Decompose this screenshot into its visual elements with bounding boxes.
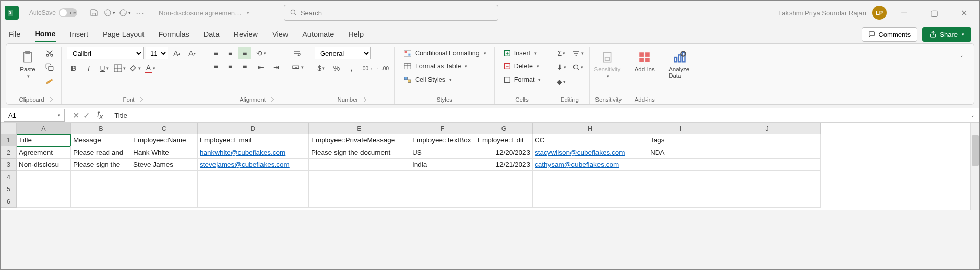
clipboard-dialog-launcher-icon[interactable] <box>47 97 53 102</box>
cell[interactable] <box>198 171 309 183</box>
format-painter-icon[interactable] <box>43 76 56 88</box>
fb-enter-icon[interactable]: ✓ <box>83 111 90 120</box>
cell[interactable]: CC <box>533 134 648 146</box>
expand-formula-bar-icon[interactable]: ⌄ <box>965 113 979 118</box>
align-top-icon[interactable]: ≡ <box>209 47 223 59</box>
fx-icon[interactable]: fx <box>94 110 106 120</box>
tab-help[interactable]: Help <box>348 27 364 41</box>
cell[interactable]: stacywilson@cubeflakes.com <box>533 146 648 159</box>
number-dialog-launcher-icon[interactable] <box>362 97 367 102</box>
close-icon[interactable]: ✕ <box>952 5 975 21</box>
cell[interactable]: 12/20/2023 <box>475 146 533 159</box>
italic-button[interactable]: I <box>82 62 95 75</box>
tab-formulas[interactable]: Formulas <box>158 27 189 41</box>
cell[interactable]: Tags <box>648 134 713 146</box>
orientation-icon[interactable]: ⟲▾ <box>254 47 268 59</box>
cell[interactable] <box>533 195 648 208</box>
cell[interactable] <box>309 171 410 183</box>
font-dialog-launcher-icon[interactable] <box>138 97 143 102</box>
tab-automate[interactable]: Automate <box>302 27 334 41</box>
col-header[interactable]: D <box>198 123 309 134</box>
cell[interactable] <box>713 159 821 171</box>
cell[interactable] <box>648 183 713 195</box>
paste-button[interactable]: Paste▾ <box>15 47 40 81</box>
cell[interactable] <box>17 195 71 208</box>
decrease-font-icon[interactable]: A▾ <box>185 47 199 59</box>
cell[interactable] <box>648 195 713 208</box>
maximize-icon[interactable]: ▢ <box>922 5 946 21</box>
cell[interactable] <box>475 171 533 183</box>
search-input[interactable]: Search <box>284 5 498 21</box>
col-header[interactable]: C <box>131 123 198 134</box>
cell[interactable]: Agreement <box>17 146 71 159</box>
find-select-icon[interactable]: ▾ <box>571 61 584 73</box>
cell[interactable]: Message <box>71 134 131 146</box>
col-header[interactable]: J <box>713 123 821 134</box>
cell[interactable]: hankwhite@cubeflakes.com <box>198 146 309 159</box>
cell[interactable] <box>713 183 821 195</box>
cell[interactable] <box>131 183 198 195</box>
decrease-decimal-icon[interactable]: ←.00 <box>376 62 389 75</box>
align-left-icon[interactable]: ≡ <box>209 60 223 72</box>
cell[interactable]: Please read and <box>71 146 131 159</box>
cell[interactable]: Hank White <box>131 146 198 159</box>
tab-page-layout[interactable]: Page Layout <box>103 27 144 41</box>
cell[interactable]: NDA <box>648 146 713 159</box>
cell[interactable]: Please sign the document <box>309 146 410 159</box>
tab-view[interactable]: View <box>272 27 288 41</box>
col-header[interactable]: E <box>309 123 410 134</box>
font-size-select[interactable]: 11 <box>146 47 168 59</box>
qat-customize-icon[interactable]: ⋯ <box>133 6 147 19</box>
cell[interactable]: 12/21/2023 <box>475 159 533 171</box>
row-header[interactable]: 4 <box>1 171 17 183</box>
vertical-scrollbar[interactable] <box>970 123 979 210</box>
formula-input[interactable]: Title <box>110 112 965 119</box>
cell-styles-button[interactable]: Cell Styles▾ <box>400 73 455 86</box>
row-header[interactable]: 2 <box>1 146 17 159</box>
row-header[interactable]: 5 <box>1 183 17 195</box>
fill-color-icon[interactable]: ▾ <box>128 62 141 75</box>
wrap-text-icon[interactable] <box>291 47 304 59</box>
addins-button[interactable]: Add-ins <box>632 47 657 75</box>
cell[interactable]: Steve James <box>131 159 198 171</box>
col-header[interactable]: H <box>533 123 648 134</box>
format-as-table-button[interactable]: Format as Table▾ <box>400 60 470 72</box>
alignment-dialog-launcher-icon[interactable] <box>269 97 274 102</box>
avatar[interactable]: LP <box>872 6 887 20</box>
tab-home[interactable]: Home <box>35 27 55 42</box>
format-cells-button[interactable]: Format▾ <box>500 73 544 86</box>
cut-icon[interactable] <box>43 47 56 59</box>
font-name-select[interactable]: Calibri <box>67 47 144 59</box>
col-header[interactable]: B <box>71 123 131 134</box>
increase-indent-icon[interactable]: ⇥ <box>270 61 283 73</box>
cell[interactable] <box>410 195 475 208</box>
ribbon-collapse-icon[interactable]: ⌄ <box>954 49 968 61</box>
currency-icon[interactable]: $▾ <box>315 62 328 75</box>
align-middle-icon[interactable]: ≡ <box>224 47 237 59</box>
redo-icon[interactable]: ▾ <box>118 6 131 19</box>
tab-insert[interactable]: Insert <box>70 27 88 41</box>
cell[interactable]: Employee::Email <box>198 134 309 146</box>
cell[interactable]: Please sign the <box>71 159 131 171</box>
autosum-icon[interactable]: Σ▾ <box>555 47 568 59</box>
username[interactable]: Lakshmi Priya Soundar Rajan <box>778 9 866 17</box>
tab-review[interactable]: Review <box>233 27 258 41</box>
merge-icon[interactable]: ▾ <box>291 61 304 73</box>
row-header[interactable]: 1 <box>1 134 17 146</box>
tab-data[interactable]: Data <box>204 27 220 41</box>
cell[interactable]: stevejames@cubeflakes.com <box>198 159 309 171</box>
cell[interactable] <box>713 171 821 183</box>
row-header[interactable]: 6 <box>1 195 17 208</box>
cell[interactable] <box>533 171 648 183</box>
align-right-icon[interactable]: ≡ <box>238 60 251 72</box>
cell[interactable] <box>410 171 475 183</box>
copy-icon[interactable] <box>43 61 56 73</box>
bold-button[interactable]: B <box>67 62 80 75</box>
cell[interactable] <box>648 159 713 171</box>
align-center-icon[interactable]: ≡ <box>224 60 237 72</box>
cell[interactable] <box>309 195 410 208</box>
fb-cancel-icon[interactable]: ✕ <box>73 111 79 120</box>
fill-icon[interactable]: ⬇▾ <box>555 61 568 73</box>
col-header[interactable]: I <box>648 123 713 134</box>
comments-button[interactable]: Comments <box>862 27 917 42</box>
